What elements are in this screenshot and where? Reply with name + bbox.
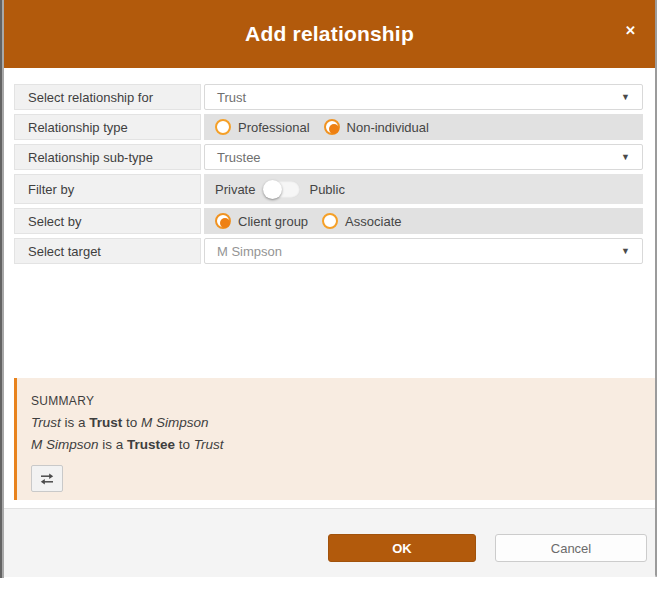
chevron-down-icon: ▼ <box>621 92 630 102</box>
toggle-left-label: Private <box>215 182 255 197</box>
field-label: Select by <box>14 208 201 234</box>
dropdown-value: Trust <box>217 90 246 105</box>
field-label: Select relationship for <box>14 84 201 110</box>
chevron-down-icon: ▼ <box>621 152 630 162</box>
field-label: Relationship sub-type <box>14 144 201 170</box>
toggle-right-label: Public <box>309 182 344 197</box>
field-label: Relationship type <box>14 114 201 140</box>
radio-client-group[interactable]: Client group <box>215 213 308 229</box>
radio-checked-icon <box>324 119 340 135</box>
row-select-relationship-for: Select relationship for Trust ▼ <box>14 84 643 110</box>
close-icon[interactable]: ✕ <box>625 24 636 37</box>
dialog-header: Add relationship ✕ <box>4 0 655 68</box>
field-label: Filter by <box>14 174 201 204</box>
radio-associate[interactable]: Associate <box>322 213 401 229</box>
row-relationship-sub-type: Relationship sub-type Trustee ▼ <box>14 144 643 170</box>
row-select-by: Select by Client group Associate <box>14 208 643 234</box>
dialog-title: Add relationship <box>245 22 414 46</box>
summary-role: Trustee <box>127 437 175 452</box>
summary-line-2: M Simpson is a Trustee to Trust <box>31 438 655 452</box>
row-filter-by: Filter by Private Public <box>14 174 643 204</box>
radio-professional[interactable]: Professional <box>215 119 310 135</box>
summary-role: Trust <box>89 415 122 430</box>
private-public-toggle[interactable]: Private Public <box>215 181 345 198</box>
summary-line-1: Trust is a Trust to M Simpson <box>31 416 655 430</box>
radio-non-individual[interactable]: Non-individual <box>324 119 429 135</box>
dialog-footer: OK Cancel <box>4 508 655 577</box>
cancel-button[interactable]: Cancel <box>495 534 647 562</box>
summary-panel: SUMMARY Trust is a Trust to M Simpson M … <box>14 378 655 500</box>
row-relationship-type: Relationship type Professional Non-indiv… <box>14 114 643 140</box>
swap-horizontal-icon <box>39 471 55 487</box>
relationship-sub-type-dropdown[interactable]: Trustee ▼ <box>204 144 643 170</box>
dropdown-value: M Simpson <box>217 244 282 259</box>
summary-text: is a <box>99 437 128 452</box>
radio-unchecked-icon <box>322 213 338 229</box>
row-select-target: Select target M Simpson ▼ <box>14 238 643 264</box>
summary-target: Trust <box>194 437 224 452</box>
filter-by-control: Private Public <box>204 174 643 204</box>
summary-subject: Trust <box>31 415 61 430</box>
relationship-type-options: Professional Non-individual <box>204 114 643 140</box>
radio-label: Associate <box>345 214 401 229</box>
radio-label: Non-individual <box>347 120 429 135</box>
summary-target: M Simpson <box>141 415 209 430</box>
relationship-for-dropdown[interactable]: Trust ▼ <box>204 84 643 110</box>
radio-label: Client group <box>238 214 308 229</box>
dropdown-value: Trustee <box>217 150 261 165</box>
ok-button[interactable]: OK <box>328 534 476 562</box>
summary-text: to <box>175 437 194 452</box>
screen: Add relationship ✕ Select relationship f… <box>0 0 670 591</box>
add-relationship-dialog: Add relationship ✕ Select relationship f… <box>4 0 657 577</box>
radio-unchecked-icon <box>215 119 231 135</box>
summary-heading: SUMMARY <box>31 394 655 408</box>
chevron-down-icon: ▼ <box>621 246 630 256</box>
toggle-knob[interactable] <box>263 180 282 199</box>
select-target-dropdown[interactable]: M Simpson ▼ <box>204 238 643 264</box>
select-by-options: Client group Associate <box>204 208 643 234</box>
summary-subject: M Simpson <box>31 437 99 452</box>
field-label: Select target <box>14 238 201 264</box>
toggle-track[interactable] <box>264 181 300 198</box>
summary-text: is a <box>61 415 90 430</box>
relationship-form: Select relationship for Trust ▼ Relation… <box>4 68 655 264</box>
summary-text: to <box>122 415 141 430</box>
radio-checked-icon <box>215 213 231 229</box>
swap-relationship-button[interactable] <box>31 465 63 492</box>
radio-label: Professional <box>238 120 310 135</box>
